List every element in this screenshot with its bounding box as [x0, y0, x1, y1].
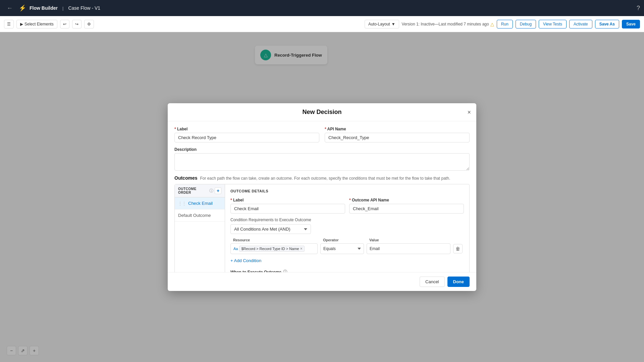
auto-layout-button[interactable]: Auto-Layout ▼ — [365, 20, 399, 28]
select-elements-button[interactable]: ▶ Select Elements — [16, 20, 57, 28]
version-label: Version 1: Inactive—Last modified 7 minu… — [402, 21, 494, 27]
label-required-star: * — [174, 127, 176, 131]
modal-close-button[interactable]: × — [467, 109, 471, 115]
modal-footer: Cancel Done — [168, 272, 476, 291]
version-text: Version 1: Inactive—Last modified 7 minu… — [402, 22, 489, 26]
resource-tag-label: $Record > Record Type ID > Name — [241, 247, 299, 251]
modal-title: New Decision — [302, 109, 341, 116]
condition-row: Aa $Record > Record Type ID > Name × Equ… — [230, 243, 464, 254]
outcome-details-header: OUTCOME DETAILS — [230, 189, 464, 193]
toolbar: ☰ ▶ Select Elements ↩ ↪ ⚙ Auto-Layout ▼ … — [0, 16, 644, 32]
chevron-down-icon: ▼ — [391, 22, 395, 26]
top-nav: ← ⚡ Flow Builder | Case Flow - V1 ? — [0, 0, 644, 16]
modal-body: * Label * API Name Description — [168, 121, 476, 272]
modal-header: New Decision × — [168, 103, 476, 121]
description-field-label: Description — [174, 147, 470, 152]
warning-icon: △ — [490, 21, 494, 27]
outcome-label-input[interactable] — [230, 204, 345, 214]
description-field-group: Description — [174, 147, 470, 171]
new-decision-modal: New Decision × * Label * API Name — [168, 103, 476, 291]
when-execute-info-icon[interactable]: ⓘ — [283, 269, 287, 272]
auto-layout-label: Auto-Layout — [368, 22, 390, 26]
outcomes-desc: For each path the flow can take, create … — [200, 176, 450, 181]
outcomes-title: Outcomes — [174, 175, 197, 181]
api-name-input[interactable] — [325, 133, 470, 142]
done-button[interactable]: Done — [447, 277, 470, 287]
outcome-label-apiname-row: * Label * Outcome API Name — [230, 198, 464, 214]
add-outcome-button[interactable]: + — [215, 187, 221, 194]
value-col-label: Value — [369, 238, 453, 242]
debug-button[interactable]: Debug — [516, 20, 536, 28]
save-as-button[interactable]: Save As — [595, 20, 619, 28]
activate-button[interactable]: Activate — [569, 20, 592, 28]
outcome-item-default[interactable]: Default Outcome — [175, 209, 225, 222]
select-elements-label: Select Elements — [24, 22, 54, 26]
outcome-order-label: OUTCOME ORDER — [178, 187, 209, 194]
outcome-label-field-label: * Label — [230, 198, 345, 202]
flow-builder-label: Flow Builder — [30, 5, 58, 11]
sidebar-toggle-button[interactable]: ☰ — [4, 20, 14, 28]
view-tests-button[interactable]: View Tests — [539, 20, 567, 28]
when-execute-section: When to Execute Outcome ⓘ If the conditi… — [230, 269, 464, 272]
canvas: △ Record-Triggered Flow − ⇗ + New Decisi… — [0, 32, 644, 362]
cancel-button[interactable]: Cancel — [420, 277, 444, 287]
outcome-api-name-required: * — [349, 198, 351, 202]
condition-table-header: Resource Operator Value — [230, 238, 464, 242]
outcome-order-info-icon[interactable]: ⓘ — [209, 188, 213, 194]
outcome-order-header: OUTCOME ORDER ⓘ + — [175, 184, 225, 197]
resource-col-label: Resource — [233, 238, 320, 242]
flow-builder-icon: ⚡ — [19, 4, 26, 12]
label-apiname-row: * Label * API Name — [174, 127, 470, 142]
api-name-required-star: * — [325, 127, 326, 131]
operator-col-label: Operator — [323, 238, 367, 242]
outcome-api-name-group: * Outcome API Name — [349, 198, 464, 214]
run-button[interactable]: Run — [497, 20, 513, 28]
condition-req-section: Condition Requirements to Execute Outcom… — [230, 218, 464, 234]
help-icon[interactable]: ? — [637, 5, 640, 12]
outcome-order-panel: OUTCOME ORDER ⓘ + ⋮⋮ Check Email Default… — [175, 184, 225, 272]
resource-tag: $Record > Record Type ID > Name × — [239, 246, 304, 252]
save-button[interactable]: Save — [622, 20, 640, 28]
back-button[interactable]: ← — [4, 3, 15, 13]
outcome-item-check-email[interactable]: ⋮⋮ Check Email — [175, 197, 225, 209]
redo-button[interactable]: ↪ — [72, 20, 82, 28]
outcome-api-name-field-label: * Outcome API Name — [349, 198, 464, 202]
outcome-label-group: * Label — [230, 198, 345, 214]
operator-select[interactable]: Equals Not Equal To Contains Starts With… — [320, 243, 364, 254]
api-name-field-group: * API Name — [325, 127, 470, 142]
label-field-group: * Label — [174, 127, 319, 142]
outcomes-header: Outcomes For each path the flow can take… — [174, 175, 470, 181]
flow-name: Case Flow - V1 — [68, 5, 100, 11]
outcome-api-name-input[interactable] — [349, 204, 464, 214]
label-field-label: * Label — [174, 127, 319, 131]
delete-icon: 🗑 — [455, 246, 460, 251]
api-name-field-label: * API Name — [325, 127, 470, 131]
nav-separator: | — [62, 6, 63, 11]
description-textarea[interactable] — [174, 153, 470, 171]
add-condition-label: + Add Condition — [230, 258, 261, 263]
resource-tag-close-icon[interactable]: × — [300, 246, 303, 251]
description-row: Description — [174, 147, 470, 171]
condition-value-input[interactable] — [367, 243, 450, 254]
outcome-order-actions: ⓘ + — [209, 187, 221, 194]
undo-button[interactable]: ↩ — [60, 20, 69, 28]
drag-handle-icon: ⋮⋮ — [178, 201, 186, 206]
condition-req-label: Condition Requirements to Execute Outcom… — [230, 218, 464, 222]
add-condition-button[interactable]: + Add Condition — [230, 257, 261, 264]
condition-req-select[interactable]: All Conditions Are Met (AND) Any Conditi… — [230, 224, 311, 234]
outcome-default-label: Default Outcome — [178, 213, 211, 218]
when-execute-label: When to Execute Outcome ⓘ — [230, 269, 464, 272]
cursor-icon: ▶ — [20, 22, 23, 26]
outcome-label-required: * — [230, 198, 232, 202]
outcome-item-label: Check Email — [188, 201, 213, 206]
condition-resource-input[interactable]: Aa $Record > Record Type ID > Name × — [230, 243, 318, 254]
outcomes-layout: OUTCOME ORDER ⓘ + ⋮⋮ Check Email Default… — [174, 184, 470, 272]
label-input[interactable] — [174, 133, 319, 142]
settings-button[interactable]: ⚙ — [84, 20, 94, 28]
resource-type-icon: Aa — [233, 247, 238, 251]
outcome-details-panel: OUTCOME DETAILS * Label * — [225, 184, 469, 272]
condition-delete-button[interactable]: 🗑 — [453, 244, 463, 253]
toolbar-right: Auto-Layout ▼ Version 1: Inactive—Last m… — [365, 20, 640, 28]
